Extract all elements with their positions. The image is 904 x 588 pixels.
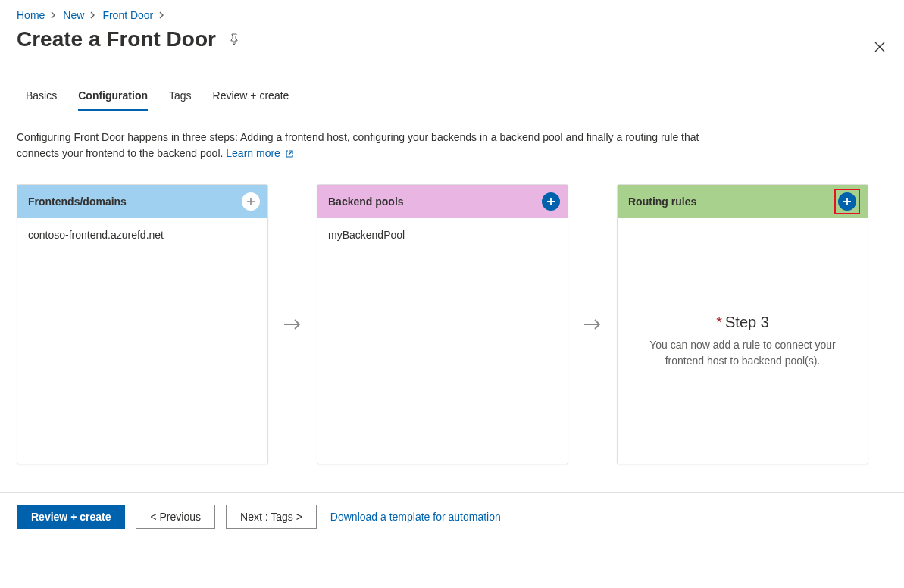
panel-backends-title: Backend pools	[328, 195, 404, 208]
previous-button[interactable]: < Previous	[136, 505, 215, 529]
close-icon[interactable]	[872, 39, 887, 55]
routing-step-title: *Step 3	[716, 314, 769, 331]
arrow-right-icon	[582, 317, 603, 332]
panel-backends: Backend pools myBackendPool	[317, 184, 568, 464]
breadcrumb-new[interactable]: New	[63, 9, 84, 21]
tab-basics[interactable]: Basics	[26, 85, 57, 111]
chevron-right-icon	[90, 10, 96, 21]
add-frontend-button[interactable]	[242, 192, 260, 211]
external-link-icon	[285, 147, 294, 163]
backend-item[interactable]: myBackendPool	[328, 229, 557, 241]
highlight-box	[834, 189, 860, 214]
tabs: Basics Configuration Tags Review + creat…	[17, 85, 887, 111]
page-title: Create a Front Door	[17, 27, 216, 52]
panel-routing: Routing rules *Step 3 You can now add a …	[617, 184, 868, 464]
breadcrumb: Home New Front Door	[17, 9, 887, 21]
arrow-right-icon	[282, 317, 303, 332]
learn-more-label: Learn more	[226, 147, 280, 159]
download-template-link[interactable]: Download a template for automation	[330, 511, 501, 523]
pin-icon[interactable]	[228, 33, 240, 45]
add-backend-button[interactable]	[542, 192, 560, 211]
panel-frontends-title: Frontends/domains	[28, 195, 127, 208]
routing-step-label: Step 3	[725, 314, 769, 330]
add-routing-rule-button[interactable]	[838, 192, 856, 211]
tab-review-create[interactable]: Review + create	[213, 85, 289, 111]
required-asterisk-icon: *	[716, 314, 722, 330]
breadcrumb-front-door[interactable]: Front Door	[102, 9, 153, 21]
footer-bar: Review + create < Previous Next : Tags >…	[0, 492, 904, 543]
panel-routing-title: Routing rules	[628, 195, 696, 208]
frontend-item[interactable]: contoso-frontend.azurefd.net	[28, 229, 257, 241]
chevron-right-icon	[51, 10, 57, 21]
routing-step-desc: You can now add a rule to connect your f…	[633, 337, 852, 368]
chevron-right-icon	[159, 10, 165, 21]
learn-more-link[interactable]: Learn more	[226, 147, 293, 159]
tab-configuration[interactable]: Configuration	[78, 85, 148, 111]
next-button[interactable]: Next : Tags >	[226, 505, 317, 529]
panel-frontends: Frontends/domains contoso-frontend.azure…	[17, 184, 268, 464]
intro-body: Configuring Front Door happens in three …	[17, 131, 699, 159]
review-create-button[interactable]: Review + create	[17, 505, 125, 529]
breadcrumb-home[interactable]: Home	[17, 9, 45, 21]
intro-text: Configuring Front Door happens in three …	[17, 130, 714, 163]
tab-tags[interactable]: Tags	[169, 85, 192, 111]
